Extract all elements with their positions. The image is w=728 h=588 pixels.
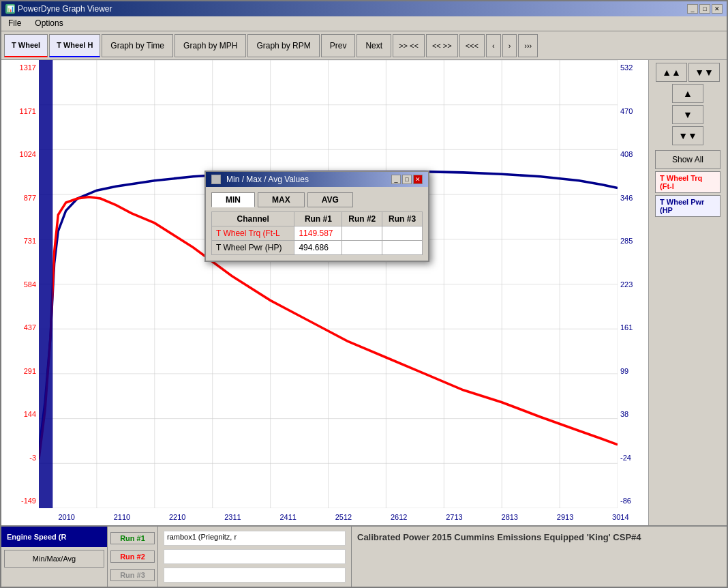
pwr-run2 xyxy=(342,241,382,255)
pwr-run3 xyxy=(382,241,423,255)
triple-right-button[interactable]: ››› xyxy=(518,34,538,57)
chart-canvas-wrapper xyxy=(39,60,618,508)
run1-label: Run #1 xyxy=(110,532,155,544)
bottom-left: Engine Speed (R Min/Max/Avg xyxy=(1,527,108,587)
next-button[interactable]: Next xyxy=(357,34,391,57)
right-nav-middle: ▲ xyxy=(652,84,724,103)
right-nav-top: ▲▲ ▼▼ xyxy=(652,63,724,82)
modal-body: MIN MAX AVG Channel Run #1 Run #2 Run #3… xyxy=(206,187,428,261)
y-left-1024: 1024 xyxy=(4,150,36,158)
tab-max[interactable]: MAX xyxy=(258,192,305,207)
min-max-avg-button[interactable]: Min/Max/Avg xyxy=(4,550,104,568)
col-run3: Run #3 xyxy=(382,212,423,226)
col-run2: Run #2 xyxy=(342,212,382,226)
modal-icon xyxy=(211,175,221,184)
y-right-n86: -86 xyxy=(620,497,646,505)
y-right-99: 99 xyxy=(620,367,646,375)
fffwd-button[interactable]: <<< xyxy=(459,34,485,57)
x-2210: 2210 xyxy=(150,513,205,521)
window-title: PowerDyne Graph Viewer xyxy=(18,4,112,14)
modal-minimize-button[interactable]: _ xyxy=(391,175,401,184)
maximize-button[interactable]: □ xyxy=(699,4,710,14)
channel-pwr: T Wheel Pwr (HP) xyxy=(212,241,294,255)
channel-trq: T Wheel Trq (Ft-L xyxy=(212,226,294,241)
bottom-bar: Engine Speed (R Min/Max/Avg Run #1 Run #… xyxy=(1,525,727,587)
y-right-223: 223 xyxy=(620,280,646,289)
y-right-38: 38 xyxy=(620,410,646,418)
right-panel: ▲▲ ▼▼ ▲ ▼ ▼▼ Show All T Wheel Trq (Ft-l … xyxy=(648,60,727,525)
y-left-144: 144 xyxy=(4,410,36,418)
modal-title: Min / Max / Avg Values xyxy=(226,175,309,184)
x-2713: 2713 xyxy=(427,513,482,521)
svg-rect-22 xyxy=(39,60,52,508)
graph-by-time-button[interactable]: Graph by Time xyxy=(102,34,173,57)
col-run1: Run #1 xyxy=(294,212,342,226)
options-menu[interactable]: Options xyxy=(31,18,67,29)
y-axis-left: 1317 1171 1024 877 731 584 437 291 144 -… xyxy=(1,60,39,508)
modal-tabs: MIN MAX AVG xyxy=(211,192,423,207)
run2-label: Run #2 xyxy=(110,550,155,563)
modal-maximize-button[interactable]: □ xyxy=(402,175,412,184)
scroll-down-button[interactable]: ▼ xyxy=(672,105,703,124)
ff-button[interactable]: >> << xyxy=(393,34,425,57)
modal-title-bar: Min / Max / Avg Values _ □ ✕ xyxy=(206,172,428,187)
tab-avg[interactable]: AVG xyxy=(307,192,353,207)
y-left-437: 437 xyxy=(4,323,36,332)
tab-min[interactable]: MIN xyxy=(211,192,255,207)
main-window: 📊 PowerDyne Graph Viewer _ □ ✕ File Opti… xyxy=(0,0,728,588)
y-right-161: 161 xyxy=(620,323,646,332)
bottom-runs: Run #1 Run #2 Run #3 xyxy=(108,527,158,587)
x-2411: 2411 xyxy=(260,513,316,521)
tab-twheel[interactable]: T Wheel xyxy=(4,34,48,57)
arrow-right-button[interactable]: › xyxy=(502,34,517,57)
y-left-1171: 1171 xyxy=(4,107,36,115)
prev-button[interactable]: Prev xyxy=(321,34,356,57)
run3-label: Run #3 xyxy=(110,569,155,581)
engine-speed-label: Engine Speed (R xyxy=(1,527,107,547)
right-nav-down2: ▼▼ xyxy=(652,126,724,145)
y-left-584: 584 xyxy=(4,280,36,289)
trq-run2 xyxy=(342,226,382,241)
legend-trq: T Wheel Trq (Ft-l xyxy=(655,171,721,193)
scroll-down-down-button[interactable]: ▼▼ xyxy=(688,63,720,82)
chart-svg xyxy=(39,60,618,508)
x-2612: 2612 xyxy=(371,513,427,521)
x-2913: 2913 xyxy=(537,513,592,521)
show-all-button[interactable]: Show All xyxy=(655,150,721,169)
bottom-title: Calibrated Power 2015 Cummins Emissions … xyxy=(352,527,727,587)
scroll-down-double-button[interactable]: ▼▼ xyxy=(672,126,703,145)
modal-dialog: Min / Max / Avg Values _ □ ✕ MIN MAX AVG… xyxy=(204,171,429,262)
chart-container: 1317 1171 1024 877 731 584 437 291 144 -… xyxy=(1,60,648,508)
graph-by-mph-button[interactable]: Graph by MPH xyxy=(175,34,246,57)
trq-run3 xyxy=(382,226,423,241)
rr-button[interactable]: << >> xyxy=(426,34,458,57)
y-right-346: 346 xyxy=(620,194,646,202)
file-menu[interactable]: File xyxy=(4,18,25,29)
modal-close-button[interactable]: ✕ xyxy=(413,175,423,184)
bottom-title-text: Calibrated Power 2015 Cummins Emissions … xyxy=(357,532,641,542)
x-2512: 2512 xyxy=(316,513,371,521)
toolbar: T Wheel T Wheel H Graph by Time Graph by… xyxy=(1,31,727,60)
y-left-877: 877 xyxy=(4,194,36,202)
close-button[interactable]: ✕ xyxy=(712,4,723,14)
bottom-names: rambox1 (Priegnitz, r xyxy=(158,527,352,587)
graph-by-rpm-button[interactable]: Graph by RPM xyxy=(247,34,319,57)
table-row: T Wheel Trq (Ft-L 1149.587 xyxy=(212,226,423,241)
pwr-run1: 494.686 xyxy=(294,241,342,255)
minimize-button[interactable]: _ xyxy=(687,4,698,14)
y-right-n24: -24 xyxy=(620,454,646,462)
y-right-285: 285 xyxy=(620,237,646,245)
menu-bar: File Options xyxy=(1,16,727,31)
y-left-1317: 1317 xyxy=(4,63,36,72)
x-2010: 2010 xyxy=(39,513,94,521)
trq-run1: 1149.587 xyxy=(294,226,342,241)
arrow-left-button[interactable]: ‹ xyxy=(486,34,501,57)
scroll-up-button[interactable]: ▲ xyxy=(672,84,703,103)
x-2813: 2813 xyxy=(482,513,537,521)
y-right-408: 408 xyxy=(620,150,646,158)
x-2110: 2110 xyxy=(94,513,149,521)
y-left-n149: -149 xyxy=(4,497,36,505)
tab-twheel-h[interactable]: T Wheel H xyxy=(49,34,100,57)
scroll-up-up-button[interactable]: ▲▲ xyxy=(656,63,687,82)
legend-pwr: T Wheel Pwr (HP xyxy=(655,195,721,217)
